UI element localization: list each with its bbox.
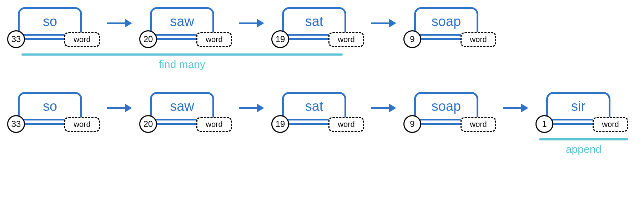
node-tag: word [196, 117, 232, 132]
node-tag: word [593, 117, 628, 132]
node-count: 19 [271, 115, 289, 133]
node-connector [22, 123, 67, 125]
annotation-label: append [539, 143, 628, 155]
node-connector [154, 38, 199, 40]
node-connector [22, 38, 67, 40]
node-word-box: saw [150, 7, 214, 36]
arrow-icon [239, 104, 264, 112]
node-connector [550, 123, 595, 125]
list-node: saw 20 word [139, 92, 232, 135]
node-word: sir [571, 99, 585, 114]
node-word-box: sat [282, 92, 346, 120]
node-word-box: soap [414, 7, 478, 36]
node-connector [418, 38, 463, 40]
node-word-box: sir [546, 92, 610, 120]
node-word-box: so [18, 92, 82, 120]
list-node: soap 9 word [403, 92, 496, 135]
node-word: sat [305, 14, 323, 29]
node-word-box: so [18, 7, 82, 36]
arrow-icon [371, 104, 396, 112]
list-node: so 33 word [7, 7, 100, 50]
append-annotation: append [539, 138, 628, 155]
node-connector [154, 123, 199, 125]
list-node: saw 20 word [139, 7, 232, 50]
arrow-icon [107, 20, 132, 27]
list-node: sat 19 word [271, 7, 364, 50]
node-count: 20 [139, 115, 157, 133]
find-many-annotation: find many [21, 53, 343, 71]
node-word-box: soap [414, 92, 478, 120]
annotation-underline [539, 138, 628, 140]
node-connector [286, 123, 331, 125]
arrow-icon [107, 104, 132, 112]
list-node: sat 19 word [271, 92, 364, 135]
node-tag: word [328, 32, 364, 47]
node-word: saw [170, 14, 194, 29]
annotation-underline [21, 53, 343, 56]
node-tag: word [461, 32, 496, 47]
node-connector [418, 123, 463, 125]
node-count: 1 [535, 115, 553, 133]
node-word-box: sat [282, 7, 346, 36]
node-tag: word [64, 32, 100, 47]
node-word: soap [432, 99, 461, 114]
arrow-icon [239, 20, 264, 27]
node-count: 20 [139, 30, 157, 48]
annotation-label: find many [21, 58, 343, 71]
node-count: 9 [403, 30, 421, 48]
node-tag: word [461, 117, 496, 132]
node-word: so [43, 14, 57, 29]
node-tag: word [196, 32, 232, 47]
list-node-appended: sir 1 word [535, 92, 628, 135]
node-count: 33 [7, 115, 25, 133]
node-word: soap [432, 14, 461, 29]
node-word: saw [170, 99, 194, 114]
node-tag: word [328, 117, 364, 132]
node-tag: word [64, 117, 100, 132]
linked-list-row-1: so 33 word saw 20 word sat 19 word soap … [7, 7, 637, 50]
node-connector [286, 38, 331, 40]
arrow-icon [371, 20, 396, 27]
node-count: 9 [403, 115, 421, 133]
arrow-icon [503, 104, 528, 112]
node-count: 19 [271, 30, 289, 48]
list-node: so 33 word [7, 92, 100, 135]
node-word: sat [305, 99, 323, 114]
node-word-box: saw [150, 92, 214, 120]
node-count: 33 [7, 30, 25, 48]
linked-list-row-2: so 33 word saw 20 word sat 19 word soap … [7, 92, 637, 135]
list-node: soap 9 word [403, 7, 496, 50]
node-word: so [43, 99, 57, 114]
